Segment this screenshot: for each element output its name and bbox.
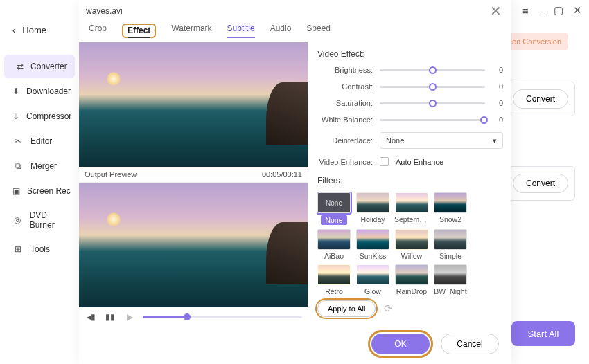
source-preview [79, 42, 308, 167]
sidebar-item-compressor[interactable]: ⇩Compressor [0, 104, 79, 128]
sidebar-item-dvd-burner[interactable]: ◎DVD Burner [0, 204, 79, 236]
dialog-tabs: Crop Effect Watermark Subtitle Audio Spe… [79, 19, 511, 42]
filter-label: Holiday [360, 215, 385, 224]
filter-label: Willow [401, 252, 422, 260]
filter-thumbnail [434, 192, 467, 213]
sidebar-item-label: Tools [30, 244, 50, 254]
filter-september[interactable]: September [395, 192, 428, 225]
video-effect-label: Video Effect: [317, 49, 503, 59]
brightness-slider[interactable] [380, 69, 485, 71]
filter-aibao[interactable]: AiBao [317, 229, 351, 260]
filter-thumbnail [317, 229, 351, 250]
filter-label: Glow [364, 287, 381, 295]
filter-glow[interactable]: Glow [356, 264, 389, 295]
player-controls: ◂▮ ▮▮ ▶ [79, 307, 308, 327]
filter-thumbnail [395, 192, 428, 213]
record-icon: ▣ [12, 185, 20, 197]
sidebar-item-editor[interactable]: ✂Editor [0, 129, 79, 153]
brightness-value: 0 [492, 66, 503, 74]
convert-button[interactable]: Convert [513, 174, 568, 193]
filter-label: Retro [325, 287, 343, 295]
auto-enhance-checkbox[interactable] [380, 157, 389, 166]
timecode: 00:05/00:11 [262, 170, 302, 179]
scissors-icon: ✂ [12, 136, 24, 147]
close-window-icon[interactable]: ✕ [573, 4, 582, 17]
sidebar-item-merger[interactable]: ⧉Merger [0, 154, 79, 178]
filter-thumbnail [434, 229, 467, 250]
tab-effect[interactable]: Effect [128, 26, 150, 38]
ok-button[interactable]: OK [371, 334, 430, 354]
pause-icon[interactable]: ▮▮ [104, 311, 116, 323]
filter-bw_night[interactable]: BW_Night [434, 264, 467, 295]
convert-button[interactable]: Convert [513, 89, 568, 109]
output-preview-label: Output Preview [85, 170, 137, 179]
tab-subtitle[interactable]: Subtitle [227, 24, 255, 38]
filter-retro[interactable]: Retro [317, 264, 351, 295]
white-balance-value: 0 [492, 116, 503, 124]
disc-icon: ◎ [12, 215, 23, 226]
saturation-label: Saturation: [317, 99, 373, 107]
contrast-value: 0 [492, 82, 503, 91]
cancel-button[interactable]: Cancel [441, 334, 499, 354]
dialog-title: waves.avi [86, 6, 123, 16]
start-all-button[interactable]: Start All [511, 321, 575, 346]
play-icon[interactable]: ▶ [123, 311, 136, 323]
video-enhance-label: Video Enhance: [317, 158, 373, 166]
sidebar: ‹ Home ⇄Converter ⬇Downloader ⇩Compresso… [0, 0, 79, 364]
filter-none[interactable]: NoneNone [317, 192, 351, 225]
close-dialog-icon[interactable]: ✕ [490, 4, 502, 18]
back-home[interactable]: ‹ Home [0, 21, 79, 39]
filter-label: BW_Night [434, 287, 466, 295]
filter-thumbnail [356, 264, 389, 285]
filter-thumbnail [356, 192, 389, 213]
tab-crop[interactable]: Crop [89, 24, 107, 38]
filter-label: AiBao [324, 252, 344, 260]
filter-simple[interactable]: Simple [434, 229, 467, 260]
filters-label: Filters: [317, 176, 503, 185]
minimize-icon[interactable]: – [538, 5, 544, 17]
menu-icon[interactable]: ≡ [522, 5, 529, 17]
deinterlace-value: None [386, 136, 404, 145]
sidebar-item-label: DVD Burner [30, 210, 71, 230]
timeline-slider[interactable] [143, 316, 302, 318]
prev-frame-icon[interactable]: ◂▮ [85, 311, 97, 323]
sidebar-item-label: Merger [30, 161, 57, 171]
sidebar-item-downloader[interactable]: ⬇Downloader [0, 80, 79, 103]
contrast-slider[interactable] [380, 86, 485, 88]
filter-thumbnail [356, 229, 389, 250]
maximize-icon[interactable]: ▢ [554, 4, 563, 17]
sidebar-item-label: Downloader [26, 87, 71, 96]
sidebar-item-label: Converter [30, 62, 67, 71]
sidebar-item-tools[interactable]: ⊞Tools [0, 237, 79, 261]
sidebar-item-converter[interactable]: ⇄Converter [4, 55, 75, 78]
deinterlace-select[interactable]: None▾ [380, 132, 503, 149]
filter-willow[interactable]: Willow [395, 229, 428, 260]
compress-icon: ⇩ [12, 111, 19, 122]
filter-snow2[interactable]: Snow2 [434, 192, 467, 225]
tab-watermark[interactable]: Watermark [171, 24, 211, 38]
filter-raindrop[interactable]: RainDrop [395, 264, 428, 295]
grid-icon: ⊞ [12, 244, 24, 255]
filter-sunkiss[interactable]: SunKiss [356, 229, 389, 260]
filter-label: RainDrop [396, 287, 427, 295]
chevron-down-icon: ▾ [493, 136, 497, 145]
sidebar-item-screen-recorder[interactable]: ▣Screen Recorder [0, 179, 79, 203]
filter-thumbnail [395, 229, 428, 250]
white-balance-slider[interactable] [380, 119, 485, 121]
refresh-icon[interactable]: ⟳ [384, 302, 393, 315]
contrast-label: Contrast: [317, 82, 373, 91]
filters-grid: NoneNoneHolidaySeptemberSnow2AiBaoSunKis… [317, 192, 499, 295]
download-icon: ⬇ [12, 86, 19, 97]
apply-to-all-button[interactable]: Apply to All [317, 300, 376, 317]
filter-label: None [321, 215, 346, 225]
tab-speed[interactable]: Speed [306, 24, 331, 38]
saturation-slider[interactable] [380, 102, 485, 104]
chevron-left-icon: ‹ [12, 25, 15, 35]
merge-icon: ⧉ [12, 161, 24, 172]
convert-icon: ⇄ [17, 61, 24, 72]
brightness-label: Brightness: [317, 66, 373, 74]
filter-label: SunKiss [360, 252, 387, 260]
tab-audio[interactable]: Audio [270, 24, 292, 38]
filter-holiday[interactable]: Holiday [356, 192, 389, 225]
filter-label: Simple [439, 252, 461, 260]
